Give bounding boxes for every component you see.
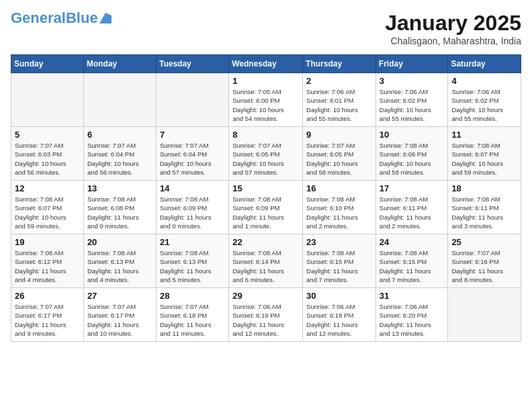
calendar-cell: 2Sunrise: 7:06 AM Sunset: 6:01 PM Daylig… <box>303 73 376 127</box>
day-number: 23 <box>306 237 372 247</box>
weekday-header-sunday: Sunday <box>11 55 84 73</box>
weekday-header-wednesday: Wednesday <box>229 55 303 73</box>
calendar-cell: 6Sunrise: 7:07 AM Sunset: 6:04 PM Daylig… <box>83 127 156 181</box>
day-info: Sunrise: 7:08 AM Sunset: 6:11 PM Dayligh… <box>451 195 517 230</box>
day-info: Sunrise: 7:06 AM Sunset: 6:19 PM Dayligh… <box>306 302 372 338</box>
day-info: Sunrise: 7:07 AM Sunset: 6:17 PM Dayligh… <box>87 302 152 338</box>
day-info: Sunrise: 7:08 AM Sunset: 6:08 PM Dayligh… <box>87 195 152 230</box>
day-info: Sunrise: 7:06 AM Sunset: 6:02 PM Dayligh… <box>380 87 445 123</box>
day-number: 2 <box>306 76 372 86</box>
day-info: Sunrise: 7:08 AM Sunset: 6:15 PM Dayligh… <box>306 248 372 284</box>
day-number: 21 <box>160 237 225 247</box>
day-info: Sunrise: 7:08 AM Sunset: 6:12 PM Dayligh… <box>15 248 80 284</box>
weekday-header-monday: Monday <box>83 55 156 73</box>
day-info: Sunrise: 7:07 AM Sunset: 6:04 PM Dayligh… <box>160 141 225 177</box>
day-info: Sunrise: 7:06 AM Sunset: 6:19 PM Dayligh… <box>232 302 299 338</box>
day-number: 18 <box>451 183 517 193</box>
day-number: 20 <box>87 237 152 247</box>
calendar-cell: 12Sunrise: 7:08 AM Sunset: 6:07 PM Dayli… <box>11 181 84 234</box>
day-info: Sunrise: 7:05 AM Sunset: 6:00 PM Dayligh… <box>232 87 299 123</box>
weekday-header-thursday: Thursday <box>303 55 376 73</box>
calendar-cell: 19Sunrise: 7:08 AM Sunset: 6:12 PM Dayli… <box>11 234 84 288</box>
calendar-cell: 8Sunrise: 7:07 AM Sunset: 6:05 PM Daylig… <box>229 127 303 181</box>
week-row-5: 26Sunrise: 7:07 AM Sunset: 6:17 PM Dayli… <box>11 288 521 342</box>
calendar-cell: 5Sunrise: 7:07 AM Sunset: 6:03 PM Daylig… <box>11 127 84 181</box>
day-info: Sunrise: 7:08 AM Sunset: 6:14 PM Dayligh… <box>232 248 299 284</box>
calendar-cell: 27Sunrise: 7:07 AM Sunset: 6:17 PM Dayli… <box>83 288 156 342</box>
calendar-cell: 13Sunrise: 7:08 AM Sunset: 6:08 PM Dayli… <box>83 181 156 234</box>
day-info: Sunrise: 7:07 AM Sunset: 6:18 PM Dayligh… <box>160 302 225 338</box>
calendar-cell: 15Sunrise: 7:08 AM Sunset: 6:09 PM Dayli… <box>229 181 303 234</box>
calendar-cell: 11Sunrise: 7:08 AM Sunset: 6:07 PM Dayli… <box>448 127 521 181</box>
day-info: Sunrise: 7:07 AM Sunset: 6:03 PM Dayligh… <box>15 141 80 177</box>
week-row-4: 19Sunrise: 7:08 AM Sunset: 6:12 PM Dayli… <box>11 234 521 288</box>
calendar-cell: 18Sunrise: 7:08 AM Sunset: 6:11 PM Dayli… <box>448 181 521 234</box>
day-number: 17 <box>380 183 445 193</box>
calendar-cell: 20Sunrise: 7:08 AM Sunset: 6:13 PM Dayli… <box>83 234 156 288</box>
day-number: 3 <box>380 76 445 86</box>
calendar-cell: 22Sunrise: 7:08 AM Sunset: 6:14 PM Dayli… <box>229 234 303 288</box>
day-number: 14 <box>160 183 225 193</box>
day-number: 19 <box>15 237 80 247</box>
day-info: Sunrise: 7:07 AM Sunset: 6:04 PM Dayligh… <box>87 141 152 177</box>
svg-marker-0 <box>99 13 112 24</box>
day-info: Sunrise: 7:08 AM Sunset: 6:13 PM Dayligh… <box>160 248 225 284</box>
calendar-cell: 30Sunrise: 7:06 AM Sunset: 6:19 PM Dayli… <box>303 288 376 342</box>
calendar-cell <box>156 73 228 127</box>
day-info: Sunrise: 7:08 AM Sunset: 6:07 PM Dayligh… <box>451 141 517 177</box>
weekday-header-tuesday: Tuesday <box>156 55 228 73</box>
day-info: Sunrise: 7:08 AM Sunset: 6:09 PM Dayligh… <box>232 195 299 230</box>
calendar-cell: 28Sunrise: 7:07 AM Sunset: 6:18 PM Dayli… <box>156 288 228 342</box>
weekday-header-saturday: Saturday <box>448 55 521 73</box>
day-info: Sunrise: 7:07 AM Sunset: 6:17 PM Dayligh… <box>15 302 80 338</box>
calendar-cell: 29Sunrise: 7:06 AM Sunset: 6:19 PM Dayli… <box>229 288 303 342</box>
calendar-cell <box>448 288 521 342</box>
day-number: 26 <box>15 291 80 301</box>
week-row-1: 1Sunrise: 7:05 AM Sunset: 6:00 PM Daylig… <box>11 73 521 127</box>
day-info: Sunrise: 7:08 AM Sunset: 6:10 PM Dayligh… <box>306 195 372 230</box>
day-info: Sunrise: 7:07 AM Sunset: 6:05 PM Dayligh… <box>232 141 299 177</box>
day-number: 28 <box>160 291 225 301</box>
day-number: 10 <box>380 130 445 140</box>
day-number: 7 <box>160 130 225 140</box>
day-number: 9 <box>306 130 372 140</box>
day-number: 22 <box>232 237 299 247</box>
calendar-cell: 17Sunrise: 7:08 AM Sunset: 6:11 PM Dayli… <box>375 181 448 234</box>
calendar-cell: 24Sunrise: 7:08 AM Sunset: 6:15 PM Dayli… <box>375 234 448 288</box>
week-row-3: 12Sunrise: 7:08 AM Sunset: 6:07 PM Dayli… <box>11 181 521 234</box>
day-info: Sunrise: 7:06 AM Sunset: 6:20 PM Dayligh… <box>380 302 445 338</box>
day-info: Sunrise: 7:08 AM Sunset: 6:11 PM Dayligh… <box>380 195 445 230</box>
weekday-header-row: SundayMondayTuesdayWednesdayThursdayFrid… <box>11 55 521 73</box>
calendar-cell: 16Sunrise: 7:08 AM Sunset: 6:10 PM Dayli… <box>303 181 376 234</box>
day-info: Sunrise: 7:08 AM Sunset: 6:07 PM Dayligh… <box>15 195 80 230</box>
weekday-header-friday: Friday <box>375 55 448 73</box>
calendar-cell: 4Sunrise: 7:06 AM Sunset: 6:02 PM Daylig… <box>448 73 521 127</box>
day-number: 31 <box>380 291 445 301</box>
week-row-2: 5Sunrise: 7:07 AM Sunset: 6:03 PM Daylig… <box>11 127 521 181</box>
day-number: 6 <box>87 130 152 140</box>
calendar-cell <box>11 73 84 127</box>
day-info: Sunrise: 7:07 AM Sunset: 6:05 PM Dayligh… <box>306 141 372 177</box>
calendar-cell: 3Sunrise: 7:06 AM Sunset: 6:02 PM Daylig… <box>375 73 448 127</box>
day-info: Sunrise: 7:06 AM Sunset: 6:01 PM Dayligh… <box>306 87 372 123</box>
calendar-cell: 9Sunrise: 7:07 AM Sunset: 6:05 PM Daylig… <box>303 127 376 181</box>
calendar-cell: 21Sunrise: 7:08 AM Sunset: 6:13 PM Dayli… <box>156 234 228 288</box>
calendar-cell: 26Sunrise: 7:07 AM Sunset: 6:17 PM Dayli… <box>11 288 84 342</box>
title-block: January 2025 Chalisgaon, Maharashtra, In… <box>385 11 521 46</box>
day-info: Sunrise: 7:08 AM Sunset: 6:06 PM Dayligh… <box>380 141 445 177</box>
day-number: 8 <box>232 130 299 140</box>
calendar-cell <box>83 73 156 127</box>
calendar-cell: 23Sunrise: 7:08 AM Sunset: 6:15 PM Dayli… <box>303 234 376 288</box>
day-info: Sunrise: 7:08 AM Sunset: 6:09 PM Dayligh… <box>160 195 225 230</box>
day-number: 15 <box>232 183 299 193</box>
day-number: 4 <box>451 76 517 86</box>
calendar-cell: 10Sunrise: 7:08 AM Sunset: 6:06 PM Dayli… <box>375 127 448 181</box>
logo-text: GeneralBlue <box>11 11 98 26</box>
day-number: 5 <box>15 130 80 140</box>
calendar-cell: 14Sunrise: 7:08 AM Sunset: 6:09 PM Dayli… <box>156 181 228 234</box>
day-info: Sunrise: 7:08 AM Sunset: 6:13 PM Dayligh… <box>87 248 152 284</box>
calendar-cell: 7Sunrise: 7:07 AM Sunset: 6:04 PM Daylig… <box>156 127 228 181</box>
day-number: 29 <box>232 291 299 301</box>
page-header: GeneralBlue January 2025 Chalisgaon, Mah… <box>11 11 521 46</box>
location-subtitle: Chalisgaon, Maharashtra, India <box>385 36 521 46</box>
